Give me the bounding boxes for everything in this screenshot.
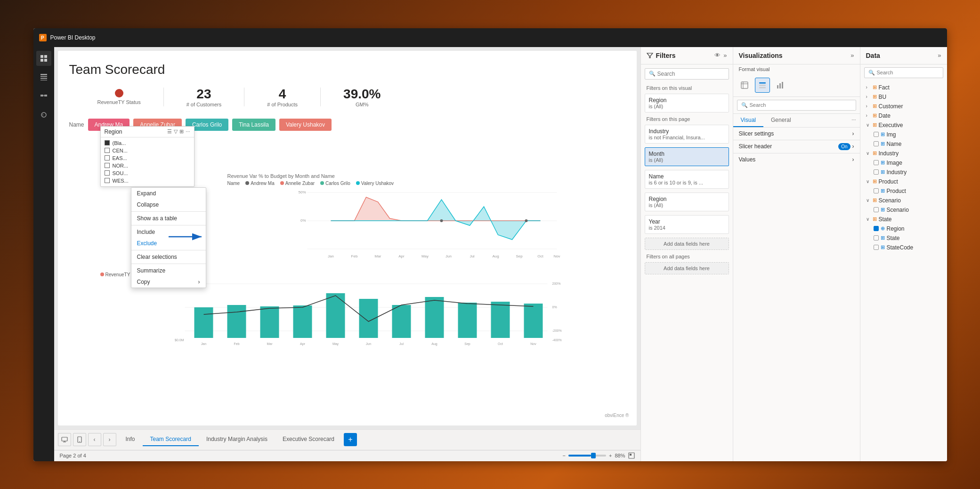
slicer-more-icon[interactable]: ··· bbox=[186, 128, 190, 135]
slicer-checkbox-nor[interactable] bbox=[105, 163, 110, 168]
industry-industry-checkbox[interactable] bbox=[874, 169, 879, 175]
viz-expand-icon[interactable]: » bbox=[850, 52, 854, 59]
viz-icon-chart[interactable] bbox=[773, 78, 788, 93]
mobile-view-btn[interactable] bbox=[73, 433, 86, 446]
state-state-checkbox[interactable] bbox=[874, 235, 879, 240]
slicer-item-eas[interactable]: EAS... bbox=[105, 154, 190, 162]
page-next-btn[interactable]: › bbox=[103, 433, 116, 446]
viz-icon-slicer[interactable] bbox=[755, 78, 770, 93]
filters-search-box[interactable]: 🔍 bbox=[645, 68, 729, 80]
data-search-input[interactable] bbox=[877, 70, 939, 75]
slicer-expand-icon[interactable]: ⊞ bbox=[179, 128, 184, 135]
tab-industry-margin[interactable]: Industry Margin Analysis bbox=[199, 433, 275, 446]
tree-scenario[interactable]: ∨ ⊞ Scenario bbox=[864, 196, 943, 205]
tree-state[interactable]: ∨ ⊞ State bbox=[864, 215, 943, 224]
filter-card-industry[interactable]: Industry is not Financial, Insura... bbox=[645, 125, 729, 144]
viz-tab-general[interactable]: General bbox=[763, 114, 799, 127]
tree-executive-name[interactable]: ⊞ Name bbox=[864, 139, 943, 149]
add-data-all-btn[interactable]: Add data fields here bbox=[645, 262, 729, 274]
slicer-settings-row[interactable]: Slicer settings › bbox=[733, 128, 860, 140]
filter-card-year[interactable]: Year is 2014 bbox=[645, 215, 729, 234]
tree-customer[interactable]: › ⊞ Customer bbox=[864, 102, 943, 111]
slicer-toggle[interactable]: On bbox=[838, 143, 850, 150]
filter-card-region2[interactable]: Region is (All) bbox=[645, 192, 729, 211]
slicer-checkbox-eas[interactable] bbox=[105, 155, 110, 160]
tree-state-region[interactable]: ⊕ Region bbox=[864, 224, 943, 233]
data-expand-icon[interactable]: » bbox=[938, 52, 941, 59]
slicer-filter-icon[interactable]: ▽ bbox=[174, 128, 178, 135]
tree-scenario-scenario[interactable]: ⊞ Scenario bbox=[864, 205, 943, 215]
tree-industry-image[interactable]: ⊞ Image bbox=[864, 158, 943, 168]
context-collapse[interactable]: Collapse bbox=[131, 199, 206, 210]
tree-date[interactable]: › ⊞ Date bbox=[864, 111, 943, 120]
tree-product-product[interactable]: ⊞ Product bbox=[864, 186, 943, 196]
filter-expand-icon[interactable]: » bbox=[723, 52, 727, 59]
context-copy[interactable]: Copy › bbox=[131, 276, 206, 288]
sidebar-dax-icon[interactable]: f bbox=[36, 107, 51, 122]
values-row[interactable]: Values › bbox=[733, 153, 860, 166]
filter-card-name[interactable]: Name is 6 or is 10 or is 9, is ... bbox=[645, 170, 729, 189]
tree-industry[interactable]: ∨ ⊞ Industry bbox=[864, 149, 943, 158]
slicer-checkbox-wes[interactable] bbox=[105, 178, 110, 183]
region-slicer[interactable]: Region ☰ ▽ ⊞ ··· (Bla... bbox=[100, 126, 194, 187]
scenario-scenario-checkbox[interactable] bbox=[874, 207, 879, 212]
viz-icon-table[interactable] bbox=[737, 78, 752, 93]
state-region-checkbox[interactable] bbox=[874, 226, 879, 231]
page-prev-btn[interactable]: ‹ bbox=[88, 433, 101, 446]
slicer-item-wes[interactable]: WES... bbox=[105, 177, 190, 184]
tree-bu[interactable]: › ⊞ BU bbox=[864, 92, 943, 102]
zoom-in-btn[interactable]: + bbox=[609, 453, 612, 458]
tree-industry-industry[interactable]: ⊞ Industry bbox=[864, 168, 943, 177]
tree-executive[interactable]: ∨ ⊞ Executive bbox=[864, 120, 943, 130]
zoom-out-btn[interactable]: − bbox=[563, 453, 566, 458]
context-expand[interactable]: Expand bbox=[131, 188, 206, 199]
tab-executive-scorecard[interactable]: Executive Scorecard bbox=[275, 433, 342, 446]
slicer-items: (Bla... CEN... EAS... NOR... bbox=[101, 137, 194, 186]
badge-valery[interactable]: Valery Ushakov bbox=[279, 119, 332, 131]
tree-state-statecode[interactable]: ⊞ StateCode bbox=[864, 243, 943, 252]
zoom-slider[interactable] bbox=[568, 455, 606, 457]
filter-card-region[interactable]: Region is (All) bbox=[645, 94, 729, 112]
slicer-item-cen[interactable]: CEN... bbox=[105, 147, 190, 154]
context-clear[interactable]: Clear selections bbox=[131, 251, 206, 263]
slicer-checkbox-blank[interactable] bbox=[105, 140, 110, 145]
slicer-item-blank[interactable]: (Bla... bbox=[105, 139, 190, 147]
sidebar-report-icon[interactable] bbox=[36, 51, 51, 66]
filter-eye-icon[interactable]: 👁 bbox=[714, 52, 721, 59]
viz-tab-visual[interactable]: Visual bbox=[733, 114, 763, 127]
tree-executive-img[interactable]: ⊞ Img bbox=[864, 130, 943, 139]
tablet-view-btn[interactable] bbox=[58, 433, 71, 446]
zoom-thumb[interactable] bbox=[591, 453, 596, 458]
slicer-menu-icon[interactable]: ☰ bbox=[167, 128, 172, 135]
viz-search-box[interactable]: 🔍 bbox=[737, 100, 856, 111]
filter-panel-icons: 👁 » bbox=[714, 52, 727, 59]
filters-search-input[interactable] bbox=[657, 71, 725, 77]
sidebar-model-icon[interactable] bbox=[36, 88, 51, 104]
slicer-checkbox-cen[interactable] bbox=[105, 148, 110, 153]
add-page-button[interactable]: + bbox=[344, 433, 357, 446]
sidebar-table-icon[interactable] bbox=[36, 70, 51, 85]
executive-img-checkbox[interactable] bbox=[874, 132, 879, 137]
add-data-visual-btn[interactable]: Add data fields here bbox=[645, 238, 729, 250]
product-product-checkbox[interactable] bbox=[874, 188, 879, 193]
industry-image-checkbox[interactable] bbox=[874, 160, 879, 165]
slicer-item-nor[interactable]: NOR... bbox=[105, 162, 190, 169]
tree-product[interactable]: ∨ ⊞ Product bbox=[864, 177, 943, 186]
executive-name-checkbox[interactable] bbox=[874, 141, 879, 146]
tab-team-scorecard[interactable]: Team Scorecard bbox=[143, 433, 199, 446]
context-summarize[interactable]: Summarize bbox=[131, 265, 206, 276]
fit-page-icon[interactable] bbox=[628, 452, 635, 459]
viz-search-input[interactable] bbox=[750, 102, 852, 108]
tree-fact[interactable]: › ⊞ Fact bbox=[864, 83, 943, 92]
tab-info[interactable]: Info bbox=[118, 433, 143, 446]
data-search-box[interactable]: 🔍 bbox=[864, 67, 943, 78]
badge-tina[interactable]: Tina Lassila bbox=[232, 119, 275, 131]
context-show-table[interactable]: Show as a table bbox=[131, 213, 206, 224]
filter-card-month[interactable]: Month is (All) bbox=[645, 147, 729, 166]
slicer-header-row[interactable]: Slicer header On › bbox=[733, 140, 860, 153]
slicer-checkbox-sou[interactable] bbox=[105, 170, 110, 176]
viz-more-btn[interactable]: ··· bbox=[848, 114, 859, 127]
slicer-item-sou[interactable]: SOU... bbox=[105, 169, 190, 177]
state-statecode-checkbox[interactable] bbox=[874, 245, 879, 250]
tree-state-state[interactable]: ⊞ State bbox=[864, 233, 943, 243]
